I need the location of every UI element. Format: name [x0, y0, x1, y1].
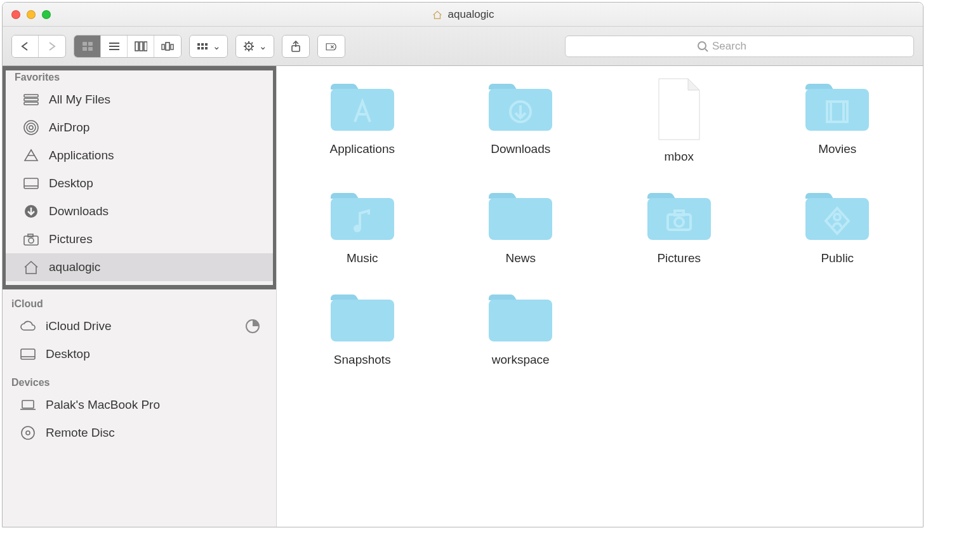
laptop-icon: [19, 397, 37, 413]
svg-rect-51: [331, 89, 394, 131]
folder-icon: [802, 187, 873, 242]
folder-icon: [485, 77, 556, 133]
sidebar-item-label: All My Files: [49, 93, 110, 107]
stack-icon: [22, 92, 40, 107]
devices-header: Devices: [3, 368, 276, 391]
zoom-icon[interactable]: [42, 10, 51, 19]
sidebar-item-label: Palak's MacBook Pro: [46, 398, 160, 412]
home-icon: [22, 260, 40, 275]
column-view-button[interactable]: [128, 36, 154, 57]
sidebar-item-all-my-files[interactable]: All My Files: [6, 86, 273, 114]
icon-view-button[interactable]: [74, 36, 101, 57]
sidebar-item-icloud-desktop[interactable]: Desktop: [3, 340, 276, 368]
sidebar-item-downloads[interactable]: Downloads: [6, 197, 273, 225]
tags-button-group: [317, 35, 345, 58]
back-button[interactable]: [12, 36, 39, 57]
file-label: Applications: [330, 142, 395, 156]
svg-rect-58: [331, 198, 394, 240]
file-label: Music: [347, 251, 378, 265]
cloud-icon: [19, 319, 37, 334]
file-item[interactable]: News: [448, 187, 594, 265]
sidebar-item-macbook[interactable]: Palak's MacBook Pro: [3, 391, 276, 419]
search-field[interactable]: [565, 36, 914, 57]
airdrop-icon: [22, 120, 40, 135]
home-icon: [432, 9, 443, 20]
sidebar-item-label: Applications: [49, 149, 114, 162]
traffic-lights: [11, 10, 51, 19]
folder-icon: [485, 288, 556, 344]
sidebar: Favorites All My Files AirDrop Applicati…: [3, 66, 277, 527]
file-label: Pictures: [657, 251, 701, 265]
sidebar-item-label: Remote Disc: [46, 426, 115, 440]
folder-icon: [485, 187, 556, 242]
finder-window: aqualogic ⌄ ⌄: [2, 2, 924, 527]
svg-rect-68: [489, 300, 552, 341]
svg-rect-67: [331, 300, 394, 341]
document-icon: [654, 77, 705, 141]
titlebar: aqualogic: [3, 3, 923, 27]
file-item[interactable]: Downloads: [448, 77, 594, 164]
close-icon[interactable]: [11, 10, 20, 19]
sidebar-item-pictures[interactable]: Pictures: [6, 225, 273, 253]
disc-icon: [19, 425, 37, 440]
sidebar-item-desktop[interactable]: Desktop: [6, 169, 273, 197]
arrange-button[interactable]: ⌄: [190, 36, 227, 57]
file-item[interactable]: Pictures: [606, 187, 752, 265]
sidebar-item-label: Downloads: [49, 204, 109, 218]
sidebar-item-label: aqualogic: [49, 260, 100, 274]
sidebar-item-label: iCloud Drive: [46, 319, 111, 333]
folder-icon: [802, 77, 873, 133]
file-label: mbox: [665, 150, 694, 164]
file-label: Movies: [818, 142, 856, 156]
folder-icon: [327, 77, 398, 133]
folder-icon: [644, 187, 715, 242]
file-item[interactable]: Public: [765, 187, 911, 265]
file-label: Snapshots: [334, 353, 391, 367]
desktop-icon: [19, 347, 37, 362]
minimize-icon[interactable]: [27, 10, 36, 19]
cover-view-button[interactable]: [154, 36, 181, 57]
svg-rect-60: [489, 198, 552, 240]
file-label: News: [505, 251, 536, 265]
file-item[interactable]: Applications: [289, 77, 435, 164]
action-button[interactable]: ⌄: [236, 36, 274, 57]
tags-button[interactable]: [318, 36, 345, 57]
share-button-group: [282, 35, 310, 58]
desktop-icon: [22, 176, 40, 191]
action-button-group: ⌄: [235, 35, 274, 58]
content-area: Applications Downloads mbox Movies Music…: [277, 66, 923, 527]
share-button[interactable]: [282, 36, 309, 57]
file-item[interactable]: Snapshots: [289, 288, 435, 367]
file-item[interactable]: mbox: [606, 77, 752, 164]
file-item[interactable]: Movies: [765, 77, 911, 164]
sidebar-item-remote-disc[interactable]: Remote Disc: [3, 419, 276, 447]
favorites-header: Favorites: [6, 70, 273, 86]
file-label: workspace: [492, 353, 550, 367]
applications-icon: [22, 148, 40, 163]
file-item[interactable]: workspace: [448, 288, 594, 367]
search-input[interactable]: [712, 40, 782, 53]
camera-icon: [22, 232, 40, 247]
folder-icon: [327, 187, 398, 242]
svg-rect-54: [805, 89, 869, 131]
sidebar-item-label: Pictures: [49, 232, 93, 246]
search-icon: [697, 41, 708, 52]
window-title: aqualogic: [448, 8, 494, 21]
toolbar: ⌄ ⌄: [3, 27, 923, 66]
sidebar-item-icloud-drive[interactable]: iCloud Drive: [3, 312, 276, 340]
file-item[interactable]: Music: [289, 187, 435, 265]
sidebar-item-label: Desktop: [49, 176, 93, 190]
view-switch: [74, 35, 182, 58]
arrange-button-group: ⌄: [189, 35, 228, 58]
list-view-button[interactable]: [101, 36, 128, 57]
favorites-highlight: Favorites All My Files AirDrop Applicati…: [3, 66, 277, 289]
svg-point-59: [354, 225, 361, 232]
quota-indicator-icon: [246, 319, 260, 333]
forward-button[interactable]: [39, 36, 65, 57]
sidebar-item-airdrop[interactable]: AirDrop: [6, 114, 273, 142]
sidebar-item-aqualogic[interactable]: aqualogic: [6, 253, 273, 281]
file-label: Downloads: [491, 142, 550, 156]
sidebar-item-label: AirDrop: [49, 121, 89, 135]
icloud-header: iCloud: [3, 289, 276, 312]
sidebar-item-applications[interactable]: Applications: [6, 142, 273, 169]
